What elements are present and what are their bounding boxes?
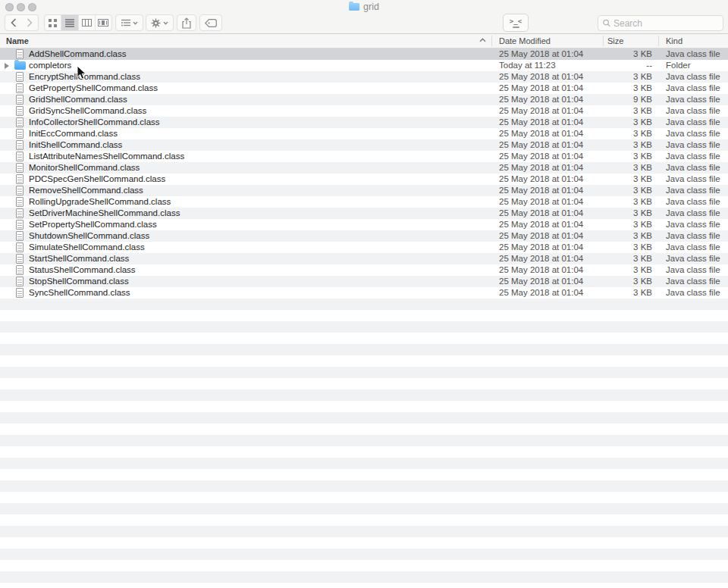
empty-row (0, 583, 728, 588)
chevron-left-icon (11, 18, 17, 27)
file-name: InfoCollectorShellCommand.class (29, 117, 476, 128)
chevron-right-icon (27, 18, 33, 27)
empty-row (0, 571, 728, 583)
table-row[interactable]: SyncShellCommand.class 25 May 2018 at 01… (0, 287, 728, 299)
file-name: InitEccCommand.class (29, 128, 476, 139)
go2shell-mouth-line (513, 27, 519, 28)
column-divider[interactable] (658, 36, 659, 46)
table-row[interactable]: RemoveShellCommand.class 25 May 2018 at … (0, 185, 728, 196)
file-name: MonitorShellCommand.class (29, 162, 476, 174)
disclosure-triangle-icon[interactable] (5, 63, 9, 69)
file-date-modified: 25 May 2018 at 01:04 (499, 276, 601, 287)
table-row[interactable]: SetPropertyShellCommand.class 25 May 201… (0, 219, 728, 230)
file-size: 3 KB (603, 139, 652, 151)
file-size: 3 KB (603, 71, 652, 83)
empty-row (0, 310, 728, 321)
list-view-button[interactable] (61, 15, 78, 30)
table-row[interactable]: ListAttributeNamesShellCommand.class 25 … (0, 151, 728, 162)
file-kind: Java class file (666, 139, 726, 151)
column-divider[interactable] (603, 36, 604, 46)
table-row[interactable]: StopShellCommand.class 25 May 2018 at 01… (0, 276, 728, 287)
table-row-selected[interactable]: AddShellCommand.class 25 May 2018 at 01:… (0, 48, 728, 60)
icon-view-button[interactable] (45, 15, 61, 30)
file-date-modified: 25 May 2018 at 01:04 (499, 128, 601, 139)
forward-button[interactable] (21, 14, 39, 31)
table-row[interactable]: SetDriverMachineShellCommand.class 25 Ma… (0, 208, 728, 219)
share-button[interactable] (177, 14, 196, 31)
file-size: 3 KB (603, 83, 652, 94)
file-kind: Java class file (666, 253, 726, 264)
file-name: InitShellCommand.class (29, 139, 476, 151)
action-menu-button[interactable] (146, 14, 174, 31)
empty-row (0, 503, 728, 514)
group-by-button[interactable] (115, 14, 143, 31)
share-icon (182, 17, 191, 29)
empty-row (0, 446, 728, 458)
view-mode-segmented-control (44, 14, 112, 31)
table-row[interactable]: InitEccCommand.class 25 May 2018 at 01:0… (0, 128, 728, 139)
file-size: 3 KB (603, 162, 652, 174)
tag-button[interactable] (199, 14, 222, 31)
table-row[interactable]: InfoCollectorShellCommand.class 25 May 2… (0, 117, 728, 128)
table-row[interactable]: GridSyncShellCommand.class 25 May 2018 a… (0, 105, 728, 117)
file-kind: Java class file (666, 162, 726, 174)
java-class-file-icon (16, 265, 24, 275)
table-row[interactable]: StartShellCommand.class 25 May 2018 at 0… (0, 253, 728, 264)
go2shell-button[interactable]: >_< (503, 14, 529, 32)
empty-row (0, 389, 728, 401)
table-row[interactable]: StatusShellCommand.class 25 May 2018 at … (0, 264, 728, 276)
file-kind: Java class file (666, 264, 726, 276)
column-view-button[interactable] (79, 15, 96, 30)
file-size: 3 KB (603, 219, 652, 230)
chevron-down-icon (163, 21, 168, 25)
folder-icon (349, 3, 359, 11)
table-row[interactable]: ShutdownShellCommand.class 25 May 2018 a… (0, 230, 728, 242)
tag-icon (205, 19, 217, 27)
column-divider[interactable] (491, 36, 492, 46)
minimize-window-button[interactable] (17, 3, 25, 11)
empty-row (0, 355, 728, 367)
column-header-size[interactable]: Size (607, 34, 623, 48)
search-input[interactable] (613, 18, 718, 29)
empty-row (0, 321, 728, 333)
table-row[interactable]: PDCSpecGenShellCommand.class 25 May 2018… (0, 174, 728, 185)
table-row[interactable]: SimulateShellCommand.class 25 May 2018 a… (0, 242, 728, 253)
file-kind: Java class file (666, 276, 726, 287)
file-size: 3 KB (603, 253, 652, 264)
zoom-window-button[interactable] (28, 3, 36, 11)
column-header-kind[interactable]: Kind (666, 34, 682, 48)
java-class-file-icon (16, 220, 24, 230)
empty-row (0, 333, 728, 344)
table-row[interactable]: InitShellCommand.class 25 May 2018 at 01… (0, 139, 728, 151)
coverflow-view-button[interactable] (96, 15, 111, 30)
column-header-name[interactable]: Name (6, 34, 29, 48)
table-row[interactable]: EncryptShellCommand.class 25 May 2018 at… (0, 71, 728, 83)
file-date-modified: 25 May 2018 at 01:04 (499, 196, 601, 208)
table-row[interactable]: RollingUpgradeShellCommand.class 25 May … (0, 196, 728, 208)
java-class-file-icon (16, 163, 24, 173)
table-row[interactable]: GridShellCommand.class 25 May 2018 at 01… (0, 94, 728, 105)
column-header-date-modified[interactable]: Date Modified (499, 34, 551, 48)
file-name: GridShellCommand.class (29, 94, 476, 105)
file-kind: Folder (666, 60, 726, 71)
file-date-modified: 25 May 2018 at 01:04 (499, 139, 601, 151)
file-size: 3 KB (603, 276, 652, 287)
file-date-modified: 25 May 2018 at 01:04 (499, 264, 601, 276)
file-date-modified: 25 May 2018 at 01:04 (499, 83, 601, 94)
table-row[interactable]: GetPropertyShellCommand.class 25 May 201… (0, 83, 728, 94)
file-name: SyncShellCommand.class (29, 287, 476, 299)
file-size: -- (603, 60, 652, 71)
java-class-file-icon (16, 129, 24, 139)
empty-row (0, 469, 728, 480)
back-button[interactable] (5, 14, 22, 31)
java-class-file-icon (16, 152, 24, 161)
table-row[interactable]: completors Today at 11:23 -- Folder (0, 60, 728, 71)
close-window-button[interactable] (5, 3, 14, 11)
search-field[interactable] (598, 15, 723, 31)
sort-ascending-icon (479, 38, 486, 42)
empty-row (0, 526, 728, 537)
empty-row (0, 458, 728, 469)
file-kind: Java class file (666, 151, 726, 162)
empty-row (0, 378, 728, 389)
table-row[interactable]: MonitorShellCommand.class 25 May 2018 at… (0, 162, 728, 174)
